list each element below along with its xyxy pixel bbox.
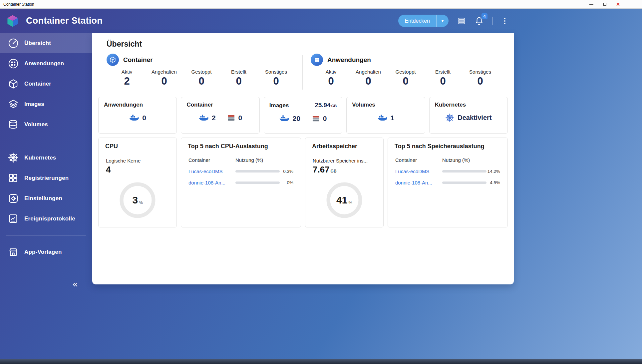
container-summary-stats: Aktiv 2 Angehalten 0 Gestoppt 0 Erstel: [108, 69, 296, 87]
count-value: 20: [292, 115, 300, 123]
summary-divider: [302, 55, 303, 90]
stat-value: 0: [387, 75, 424, 87]
usage-bar: [442, 182, 486, 184]
stat-gestoppt: Gestoppt 0: [183, 69, 220, 87]
table-header: Container Nutzung (%): [181, 157, 301, 163]
sidebar-item-label: Registrierungen: [24, 175, 69, 182]
sidebar-item-anwendungen[interactable]: Anwendungen: [0, 53, 92, 74]
sidebar-item-einstellungen[interactable]: Einstellungen: [0, 188, 92, 208]
column-usage: Nutzung (%): [235, 157, 263, 163]
application-summary-icon: [311, 54, 323, 66]
stat-angehalten: Angehalten 0: [350, 69, 387, 87]
window-bottom-edge: [0, 359, 642, 364]
sidebar-divider: [6, 141, 86, 141]
discover-button[interactable]: Entdecken: [398, 15, 436, 27]
stat-value: 2: [108, 75, 146, 87]
cpu-cores-label: Logische Kerne: [99, 150, 176, 164]
sidebar-item-uebersicht[interactable]: Übersicht: [0, 33, 92, 53]
docker-whale-icon: [377, 115, 388, 122]
close-button[interactable]: ×: [615, 2, 621, 7]
database-icon: [7, 118, 19, 131]
stat-label: Angehalten: [146, 69, 183, 75]
sidebar-item-label: Kubernetes: [24, 155, 56, 161]
container-link[interactable]: Lucas-ecoDMS: [188, 169, 235, 174]
apps-icon: [314, 57, 320, 63]
count-value: 2: [212, 114, 216, 122]
app-header: Container Station Entdecken ▾ 4: [0, 9, 642, 33]
maximize-icon: [603, 3, 606, 6]
container-link[interactable]: Lucas-ecoDMS: [395, 169, 442, 174]
table-row: Lucas-ecoDMS 14.2%: [388, 169, 507, 174]
stat-label: Sonstiges: [257, 69, 295, 75]
table-row: Lucas-ecoDMS 0.3%: [181, 169, 301, 174]
card-title: Container: [186, 102, 254, 108]
sidebar-item-label: Volumes: [24, 121, 48, 128]
sidebar-item-container[interactable]: Container: [0, 74, 92, 94]
discover-dropdown[interactable]: ▾: [436, 15, 449, 27]
application-summary-stats: Aktiv 0 Angehalten 0 Gestoppt 0 Erstel: [312, 69, 500, 87]
stat-value: 0: [312, 75, 350, 87]
sidebar-divider: [6, 235, 86, 235]
sidebar-item-ereignisprotokolle[interactable]: Ereignisprotokolle: [0, 208, 92, 229]
kubernetes-status: Deaktiviert: [458, 114, 491, 122]
sidebar-collapse-button[interactable]: «: [69, 278, 82, 290]
image-stack-icon: [312, 115, 320, 123]
stat-aktiv: Aktiv 0: [312, 69, 350, 87]
cpu-top-card: Top 5 nach CPU-Auslastung Container Nutz…: [181, 138, 301, 227]
container-link[interactable]: donnie-108-An...: [395, 180, 442, 185]
more-menu-button[interactable]: [501, 16, 508, 26]
helm-icon: [7, 152, 19, 164]
window-controls: ×: [589, 0, 621, 8]
memory-card: Arbeitsspeicher Nutzbarer Speicher ins..…: [305, 138, 384, 227]
memory-available-value: 7.67GB: [305, 164, 383, 175]
kubernetes-card: Kubernetes Deaktiviert: [429, 97, 508, 134]
memory-top-card: Top 5 nach Speicherauslastung Container …: [388, 138, 508, 227]
card-title: Kubernetes: [435, 102, 502, 108]
sidebar-item-label: Anwendungen: [24, 60, 64, 67]
app-title: Container Station: [26, 16, 103, 26]
card-title: CPU: [99, 138, 176, 150]
cube-icon: [109, 56, 116, 63]
stat-gestoppt: Gestoppt 0: [387, 69, 424, 87]
card-title: Anwendungen: [104, 102, 171, 108]
sidebar-item-registrierungen[interactable]: Registrierungen: [0, 168, 92, 188]
column-usage: Nutzung (%): [442, 157, 470, 163]
header-actions: Entdecken ▾ 4: [398, 15, 508, 27]
running-count: 2: [198, 114, 216, 122]
stat-label: Erstellt: [424, 69, 462, 75]
sidebar-item-label: Übersicht: [24, 40, 51, 47]
sidebar-item-volumes[interactable]: Volumes: [0, 114, 92, 135]
table-header: Container Nutzung (%): [388, 157, 507, 163]
card-title: Top 5 nach Speicherauslastung: [388, 138, 507, 150]
sidebar-item-app-vorlagen[interactable]: App-Vorlagen: [0, 242, 92, 262]
stat-label: Aktiv: [108, 69, 146, 75]
maximize-button[interactable]: [602, 2, 607, 7]
card-title: Images: [269, 102, 289, 109]
sidebar-item-label: Container: [24, 81, 51, 87]
sidebar-item-kubernetes[interactable]: Kubernetes: [0, 148, 92, 168]
count-value: 0: [323, 115, 327, 123]
stacked-logs-icon: [457, 17, 466, 25]
container-link[interactable]: donnie-108-An...: [188, 180, 235, 185]
memory-usage-donut: 41 %: [325, 181, 364, 220]
header-divider: [492, 17, 493, 25]
usage-percent: 4.5%: [486, 180, 500, 185]
sidebar: Übersicht Anwendungen Container Images V…: [0, 33, 92, 359]
notifications-button[interactable]: 4: [475, 16, 484, 26]
stacked-logs-button[interactable]: [457, 17, 466, 25]
minimize-button[interactable]: [589, 2, 594, 7]
stat-value: 0: [462, 75, 499, 87]
card-title: Top 5 nach CPU-Auslastung: [181, 138, 301, 150]
sidebar-item-images[interactable]: Images: [0, 94, 92, 114]
registry-icon: [7, 172, 19, 184]
stat-label: Sonstiges: [462, 69, 499, 75]
main-panel: Übersicht Container Aktiv 2: [92, 33, 514, 284]
app-logo: [5, 14, 20, 28]
container-summary: Container Aktiv 2 Angehalten 0 Gestoppt: [107, 54, 296, 90]
stopped-count: 0: [312, 115, 327, 123]
cpu-usage-donut: 3 %: [118, 181, 157, 220]
usage-bar: [442, 170, 486, 173]
kebab-icon: [504, 20, 505, 22]
resource-cards-row: Anwendungen 0 Container 2: [98, 97, 508, 134]
log-icon: [7, 212, 19, 225]
